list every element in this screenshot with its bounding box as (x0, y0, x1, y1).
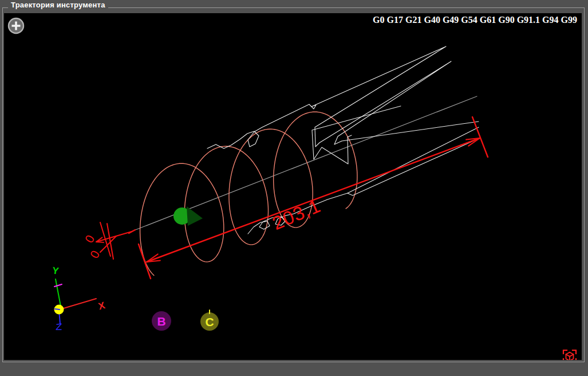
marker-b-label: B (157, 315, 165, 328)
cube-brackets-icon (560, 346, 579, 360)
tick-mark (55, 309, 60, 310)
axis-x-label: X (97, 300, 107, 312)
fit-view-button[interactable] (560, 346, 579, 360)
origin-axis-y-tick (54, 284, 62, 287)
toolpath-canvas[interactable]: XYBC G0 G17 G21 G40 G49 G54 G61 G90 G91.… (4, 13, 582, 360)
gcode-modal-status: G0 G17 G21 G40 G49 G54 G61 G90 G91.1 G94… (373, 15, 577, 25)
panel-title: Траектория инструмента (8, 1, 108, 9)
zoom-in-button[interactable] (7, 17, 25, 34)
marker-c-label: C (205, 315, 214, 328)
toolpath-svg[interactable]: XYBC (4, 13, 582, 360)
origin-axis-x (60, 299, 96, 310)
dimension-line (96, 232, 132, 242)
axis-y-label: Y (52, 265, 60, 276)
rapid-move-path (207, 46, 479, 148)
dimension-line (472, 117, 488, 157)
toolpath-viewer-window: Траектория инструмента XYBC G0 G17 G21 G… (0, 0, 588, 376)
origin-axis-z-hook (56, 324, 61, 330)
origin-axis-y (56, 279, 61, 306)
plus-circle-icon (7, 17, 25, 34)
feed-helix-path (140, 112, 357, 275)
tool-cone (187, 206, 203, 226)
